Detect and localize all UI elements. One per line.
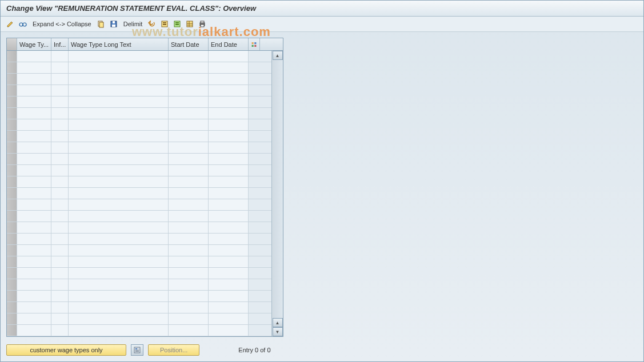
cell-inf[interactable] <box>51 176 69 187</box>
row-selector[interactable] <box>7 291 17 301</box>
cell-start-date[interactable] <box>169 256 209 267</box>
cell-wage-type[interactable] <box>17 199 51 210</box>
cell-end-date[interactable] <box>209 313 249 324</box>
cell-inf[interactable] <box>51 256 69 267</box>
cell-long-text[interactable] <box>69 234 169 244</box>
cell-wage-type[interactable] <box>17 119 51 130</box>
cell-inf[interactable] <box>51 96 69 107</box>
cell-long-text[interactable] <box>69 245 169 256</box>
row-selector-header[interactable] <box>7 38 17 50</box>
table-configure-icon[interactable] <box>249 38 260 50</box>
cell-long-text[interactable] <box>69 313 169 324</box>
row-selector[interactable] <box>7 245 17 256</box>
scroll-track[interactable] <box>272 60 283 318</box>
row-selector[interactable] <box>7 302 17 313</box>
table-row[interactable] <box>7 74 271 85</box>
save-icon[interactable] <box>109 19 119 29</box>
position-button[interactable]: Position... <box>148 344 199 356</box>
cell-start-date[interactable] <box>169 199 209 210</box>
row-selector[interactable] <box>7 176 17 187</box>
cell-start-date[interactable] <box>169 234 209 244</box>
cell-start-date[interactable] <box>169 51 209 62</box>
scroll-up-step-icon[interactable]: ▲ <box>273 318 283 327</box>
cell-inf[interactable] <box>51 119 69 130</box>
scroll-up-icon[interactable]: ▲ <box>273 51 283 60</box>
grid-icon[interactable] <box>185 19 195 29</box>
cell-wage-type[interactable] <box>17 302 51 313</box>
cell-wage-type[interactable] <box>17 279 51 290</box>
cell-wage-type[interactable] <box>17 85 51 96</box>
table-row[interactable] <box>7 279 271 291</box>
cell-start-date[interactable] <box>169 74 209 85</box>
cell-wage-type[interactable] <box>17 51 51 62</box>
row-selector[interactable] <box>7 119 17 130</box>
cell-start-date[interactable] <box>169 313 209 324</box>
row-selector[interactable] <box>7 51 17 62</box>
col-header-start-date[interactable]: Start Date <box>169 38 209 50</box>
row-selector[interactable] <box>7 211 17 222</box>
cell-long-text[interactable] <box>69 165 169 176</box>
cell-long-text[interactable] <box>69 176 169 187</box>
cell-long-text[interactable] <box>69 256 169 267</box>
cell-long-text[interactable] <box>69 142 169 153</box>
cell-start-date[interactable] <box>169 165 209 176</box>
cell-wage-type[interactable] <box>17 256 51 267</box>
table-row[interactable] <box>7 165 271 176</box>
cell-inf[interactable] <box>51 291 69 301</box>
row-selector[interactable] <box>7 222 17 233</box>
cell-end-date[interactable] <box>209 256 249 267</box>
cell-end-date[interactable] <box>209 96 249 107</box>
cell-end-date[interactable] <box>209 119 249 130</box>
row-selector[interactable] <box>7 256 17 267</box>
row-selector[interactable] <box>7 268 17 279</box>
cell-start-date[interactable] <box>169 302 209 313</box>
copy-icon[interactable] <box>96 19 106 29</box>
position-icon-button[interactable] <box>131 344 143 356</box>
cell-start-date[interactable] <box>169 119 209 130</box>
cell-end-date[interactable] <box>209 245 249 256</box>
cell-end-date[interactable] <box>209 222 249 233</box>
cell-long-text[interactable] <box>69 85 169 96</box>
cell-inf[interactable] <box>51 268 69 279</box>
cell-end-date[interactable] <box>209 142 249 153</box>
cell-inf[interactable] <box>51 234 69 244</box>
cell-end-date[interactable] <box>209 211 249 222</box>
cell-long-text[interactable] <box>69 131 169 142</box>
cell-long-text[interactable] <box>69 291 169 301</box>
cell-end-date[interactable] <box>209 131 249 142</box>
cell-end-date[interactable] <box>209 74 249 85</box>
cell-start-date[interactable] <box>169 291 209 301</box>
col-header-long-text[interactable]: Wage Type Long Text <box>69 38 169 50</box>
cell-long-text[interactable] <box>69 154 169 164</box>
cell-wage-type[interactable] <box>17 165 51 176</box>
cell-long-text[interactable] <box>69 96 169 107</box>
cell-wage-type[interactable] <box>17 313 51 324</box>
cell-end-date[interactable] <box>209 176 249 187</box>
cell-wage-type[interactable] <box>17 176 51 187</box>
cell-wage-type[interactable] <box>17 291 51 301</box>
cell-inf[interactable] <box>51 222 69 233</box>
cell-inf[interactable] <box>51 313 69 324</box>
cell-start-date[interactable] <box>169 142 209 153</box>
select-all-icon[interactable] <box>159 19 170 29</box>
table-row[interactable] <box>7 62 271 74</box>
cell-long-text[interactable] <box>69 325 169 336</box>
cell-inf[interactable] <box>51 62 69 73</box>
cell-start-date[interactable] <box>169 108 209 119</box>
table-row[interactable] <box>7 199 271 211</box>
table-row[interactable] <box>7 222 271 234</box>
cell-long-text[interactable] <box>69 119 169 130</box>
table-row[interactable] <box>7 211 271 222</box>
cell-start-date[interactable] <box>169 62 209 73</box>
cell-start-date[interactable] <box>169 211 209 222</box>
row-selector[interactable] <box>7 234 17 244</box>
scroll-down-icon[interactable]: ▼ <box>273 327 283 336</box>
undo-icon[interactable] <box>147 19 157 29</box>
cell-long-text[interactable] <box>69 108 169 119</box>
row-selector[interactable] <box>7 96 17 107</box>
cell-end-date[interactable] <box>209 279 249 290</box>
row-selector[interactable] <box>7 74 17 85</box>
cell-long-text[interactable] <box>69 188 169 199</box>
deselect-icon[interactable] <box>172 19 182 29</box>
row-selector[interactable] <box>7 142 17 153</box>
